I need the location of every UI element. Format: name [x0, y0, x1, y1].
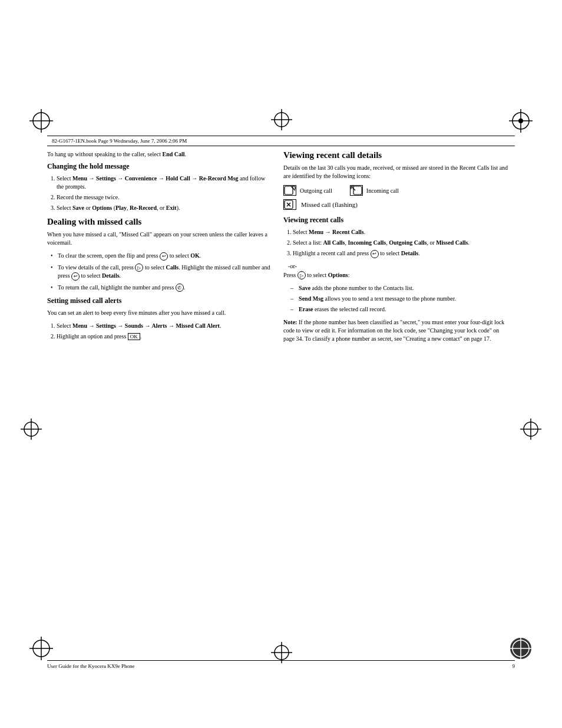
content-area: To hang up without speaking to the calle… — [47, 150, 515, 637]
outgoing-call-icon — [283, 185, 296, 196]
alerts-heading: Setting missed call alerts — [47, 297, 272, 305]
alerts-step-1: Select Menu → Settings → Sounds → Alerts… — [57, 322, 272, 330]
missed-label: Missed call (flashing) — [301, 201, 358, 208]
footer: User Guide for the Kyocera KX9e Phone 9 — [47, 660, 515, 669]
viewing-calls-heading: Viewing recent calls — [283, 216, 508, 225]
missed-bullet-1: To clear the screen, open the flip and p… — [49, 252, 272, 261]
alerts-intro: You can set an alert to beep every five … — [47, 309, 272, 317]
outgoing-icon-item: Outgoing call — [283, 185, 332, 196]
hold-message-heading: Changing the hold message — [47, 162, 272, 171]
hold-step-2: Record the message twice. — [57, 193, 272, 202]
hold-message-steps: Select Menu → Settings → Convenience → H… — [47, 174, 272, 212]
alerts-steps: Select Menu → Settings → Sounds → Alerts… — [47, 322, 272, 341]
select-button-icon: ↩ — [371, 250, 379, 258]
note-label: Note: — [283, 319, 297, 325]
intro-paragraph: To hang up without speaking to the calle… — [47, 150, 272, 159]
press-options-text: Press ▷ to select Options: — [283, 271, 508, 280]
viewing-details-intro: Details on the last 30 calls you made, r… — [283, 164, 508, 180]
crosshair-top-left — [29, 109, 53, 133]
missed-bullet-3: To return the call, highlight the number… — [49, 284, 272, 292]
crosshair-top-center — [271, 109, 292, 130]
viewing-step-1: Select Menu → Recent Calls. — [293, 228, 508, 236]
missed-bullet-2: To view details of the call, press ▷ to … — [49, 263, 272, 281]
incoming-label: Incoming call — [366, 187, 399, 194]
calls-button-icon: ▷ — [135, 263, 143, 272]
missed-calls-intro: When you have missed a call, "Missed Cal… — [47, 230, 272, 247]
options-button-icon: ▷ — [297, 271, 306, 279]
crosshair-left-mid — [21, 419, 42, 440]
svg-point-6 — [518, 118, 523, 123]
details-button-icon: ↩ — [71, 272, 80, 281]
missed-calls-bullets: To clear the screen, open the flip and p… — [47, 252, 272, 292]
viewing-step-3: Highlight a recent call and press ↩ to s… — [293, 249, 508, 258]
icons-row-2: Missed call (flashing) — [283, 199, 508, 210]
svg-rect-30 — [353, 186, 362, 195]
option-send: Send Msg allows you to send a text messa… — [290, 295, 508, 303]
viewing-step-2: Select a list: All Calls, Incoming Calls… — [293, 239, 508, 247]
crosshair-bottom-right — [509, 637, 533, 660]
header-text: 82-G1677-1EN.book Page 9 Wednesday, June… — [52, 138, 187, 144]
icons-row-1: Outgoing call Incoming call — [283, 185, 508, 196]
crosshair-right-mid — [520, 419, 541, 440]
hold-step-3: Select Save or Options (Play, Re-Record,… — [57, 204, 272, 212]
page-number: 9 — [513, 663, 515, 669]
option-erase: Erase erases the selected call record. — [290, 305, 508, 314]
crosshair-bottom-left — [29, 637, 53, 660]
right-column: Viewing recent call details Details on t… — [283, 150, 508, 637]
crosshair-top-right — [509, 109, 533, 133]
svg-rect-26 — [285, 186, 293, 195]
hold-step-1: Select Menu → Settings → Convenience → H… — [57, 174, 272, 191]
alerts-step-2: Highlight an option and press OK. — [57, 332, 272, 341]
note-block: Note: If the phone number has been class… — [283, 318, 508, 343]
ok-button-icon: ↩ — [160, 252, 168, 261]
incoming-call-icon — [350, 185, 363, 196]
ok-inline-icon: OK — [128, 333, 140, 340]
outgoing-label: Outgoing call — [300, 187, 332, 194]
missed-calls-heading: Dealing with missed calls — [47, 217, 272, 227]
icons-legend: Outgoing call Incoming call — [283, 185, 508, 210]
note-text: If the phone number has been classified … — [283, 319, 504, 342]
or-separator: -or- — [288, 263, 508, 269]
viewing-details-heading: Viewing recent call details — [283, 150, 508, 160]
incoming-icon-item: Incoming call — [350, 185, 399, 196]
missed-call-icon — [283, 199, 296, 210]
header-bar: 82-G1677-1EN.book Page 9 Wednesday, June… — [47, 136, 515, 146]
return-button-icon: ✆ — [176, 284, 184, 292]
footer-title: User Guide for the Kyocera KX9e Phone — [47, 663, 134, 669]
viewing-calls-steps: Select Menu → Recent Calls. Select a lis… — [283, 228, 508, 258]
options-list: Save adds the phone number to the Contac… — [283, 284, 508, 314]
option-save: Save adds the phone number to the Contac… — [290, 284, 508, 292]
left-column: To hang up without speaking to the calle… — [47, 150, 272, 637]
